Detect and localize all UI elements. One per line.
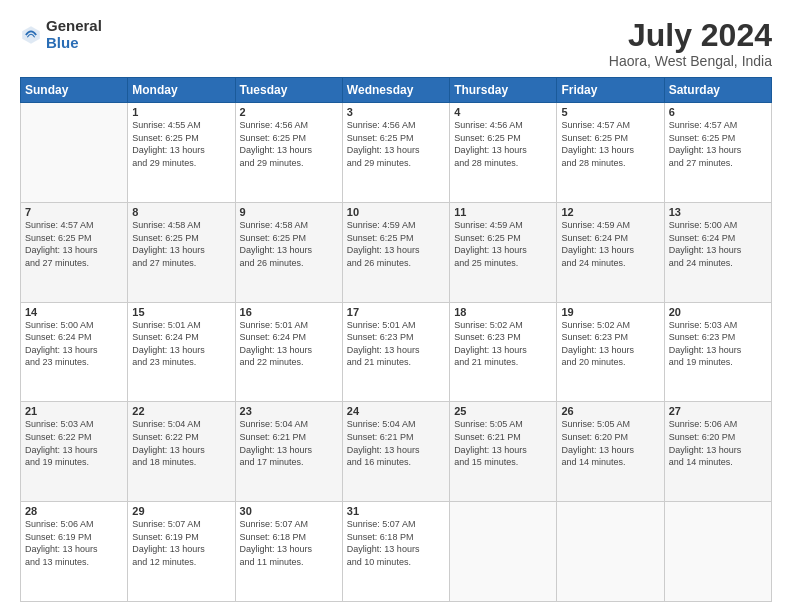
day-info: Sunrise: 5:01 AM Sunset: 6:24 PM Dayligh… [132, 319, 230, 369]
day-number: 26 [561, 405, 659, 417]
logo-text: General Blue [46, 18, 102, 51]
calendar-day-cell: 2Sunrise: 4:56 AM Sunset: 6:25 PM Daylig… [235, 103, 342, 203]
calendar-day-cell: 26Sunrise: 5:05 AM Sunset: 6:20 PM Dayli… [557, 402, 664, 502]
logo-general: General [46, 18, 102, 35]
calendar-day-cell: 29Sunrise: 5:07 AM Sunset: 6:19 PM Dayli… [128, 502, 235, 602]
day-number: 5 [561, 106, 659, 118]
calendar-week-row: 14Sunrise: 5:00 AM Sunset: 6:24 PM Dayli… [21, 302, 772, 402]
day-number: 15 [132, 306, 230, 318]
calendar-header-cell: Sunday [21, 78, 128, 103]
calendar-day-cell [557, 502, 664, 602]
calendar-day-cell: 30Sunrise: 5:07 AM Sunset: 6:18 PM Dayli… [235, 502, 342, 602]
day-number: 20 [669, 306, 767, 318]
calendar-table: SundayMondayTuesdayWednesdayThursdayFrid… [20, 77, 772, 602]
calendar-day-cell: 4Sunrise: 4:56 AM Sunset: 6:25 PM Daylig… [450, 103, 557, 203]
calendar-week-row: 21Sunrise: 5:03 AM Sunset: 6:22 PM Dayli… [21, 402, 772, 502]
day-info: Sunrise: 5:06 AM Sunset: 6:20 PM Dayligh… [669, 418, 767, 468]
day-info: Sunrise: 5:02 AM Sunset: 6:23 PM Dayligh… [454, 319, 552, 369]
calendar-day-cell: 14Sunrise: 5:00 AM Sunset: 6:24 PM Dayli… [21, 302, 128, 402]
day-info: Sunrise: 5:07 AM Sunset: 6:18 PM Dayligh… [240, 518, 338, 568]
day-info: Sunrise: 4:58 AM Sunset: 6:25 PM Dayligh… [132, 219, 230, 269]
day-number: 23 [240, 405, 338, 417]
day-info: Sunrise: 4:57 AM Sunset: 6:25 PM Dayligh… [25, 219, 123, 269]
day-info: Sunrise: 5:01 AM Sunset: 6:23 PM Dayligh… [347, 319, 445, 369]
logo-icon [20, 24, 42, 46]
calendar-day-cell: 23Sunrise: 5:04 AM Sunset: 6:21 PM Dayli… [235, 402, 342, 502]
day-info: Sunrise: 5:05 AM Sunset: 6:21 PM Dayligh… [454, 418, 552, 468]
day-info: Sunrise: 5:04 AM Sunset: 6:21 PM Dayligh… [240, 418, 338, 468]
day-info: Sunrise: 5:07 AM Sunset: 6:18 PM Dayligh… [347, 518, 445, 568]
logo-blue: Blue [46, 35, 102, 52]
calendar-day-cell: 20Sunrise: 5:03 AM Sunset: 6:23 PM Dayli… [664, 302, 771, 402]
calendar-day-cell: 7Sunrise: 4:57 AM Sunset: 6:25 PM Daylig… [21, 202, 128, 302]
calendar-week-row: 28Sunrise: 5:06 AM Sunset: 6:19 PM Dayli… [21, 502, 772, 602]
calendar-day-cell: 1Sunrise: 4:55 AM Sunset: 6:25 PM Daylig… [128, 103, 235, 203]
calendar-day-cell [664, 502, 771, 602]
day-info: Sunrise: 4:59 AM Sunset: 6:25 PM Dayligh… [347, 219, 445, 269]
calendar-day-cell: 12Sunrise: 4:59 AM Sunset: 6:24 PM Dayli… [557, 202, 664, 302]
calendar-day-cell: 13Sunrise: 5:00 AM Sunset: 6:24 PM Dayli… [664, 202, 771, 302]
day-number: 4 [454, 106, 552, 118]
day-info: Sunrise: 4:59 AM Sunset: 6:25 PM Dayligh… [454, 219, 552, 269]
day-info: Sunrise: 5:01 AM Sunset: 6:24 PM Dayligh… [240, 319, 338, 369]
day-info: Sunrise: 4:56 AM Sunset: 6:25 PM Dayligh… [347, 119, 445, 169]
day-info: Sunrise: 5:04 AM Sunset: 6:22 PM Dayligh… [132, 418, 230, 468]
svg-marker-0 [22, 26, 40, 44]
day-info: Sunrise: 4:57 AM Sunset: 6:25 PM Dayligh… [669, 119, 767, 169]
day-number: 16 [240, 306, 338, 318]
day-number: 27 [669, 405, 767, 417]
day-number: 25 [454, 405, 552, 417]
day-info: Sunrise: 4:57 AM Sunset: 6:25 PM Dayligh… [561, 119, 659, 169]
day-number: 7 [25, 206, 123, 218]
calendar-day-cell: 15Sunrise: 5:01 AM Sunset: 6:24 PM Dayli… [128, 302, 235, 402]
calendar-day-cell: 28Sunrise: 5:06 AM Sunset: 6:19 PM Dayli… [21, 502, 128, 602]
day-number: 22 [132, 405, 230, 417]
day-number: 19 [561, 306, 659, 318]
day-info: Sunrise: 5:03 AM Sunset: 6:22 PM Dayligh… [25, 418, 123, 468]
calendar-day-cell: 25Sunrise: 5:05 AM Sunset: 6:21 PM Dayli… [450, 402, 557, 502]
day-number: 29 [132, 505, 230, 517]
day-number: 8 [132, 206, 230, 218]
day-info: Sunrise: 5:00 AM Sunset: 6:24 PM Dayligh… [669, 219, 767, 269]
calendar-day-cell [450, 502, 557, 602]
header: General Blue July 2024 Haora, West Benga… [20, 18, 772, 69]
day-number: 30 [240, 505, 338, 517]
calendar-header-cell: Monday [128, 78, 235, 103]
calendar-day-cell: 27Sunrise: 5:06 AM Sunset: 6:20 PM Dayli… [664, 402, 771, 502]
day-number: 31 [347, 505, 445, 517]
day-number: 2 [240, 106, 338, 118]
day-number: 11 [454, 206, 552, 218]
calendar-week-row: 7Sunrise: 4:57 AM Sunset: 6:25 PM Daylig… [21, 202, 772, 302]
day-info: Sunrise: 4:58 AM Sunset: 6:25 PM Dayligh… [240, 219, 338, 269]
calendar-day-cell: 8Sunrise: 4:58 AM Sunset: 6:25 PM Daylig… [128, 202, 235, 302]
day-number: 3 [347, 106, 445, 118]
day-info: Sunrise: 4:55 AM Sunset: 6:25 PM Dayligh… [132, 119, 230, 169]
calendar-day-cell: 6Sunrise: 4:57 AM Sunset: 6:25 PM Daylig… [664, 103, 771, 203]
calendar-day-cell: 19Sunrise: 5:02 AM Sunset: 6:23 PM Dayli… [557, 302, 664, 402]
day-info: Sunrise: 5:03 AM Sunset: 6:23 PM Dayligh… [669, 319, 767, 369]
calendar-day-cell: 9Sunrise: 4:58 AM Sunset: 6:25 PM Daylig… [235, 202, 342, 302]
day-number: 9 [240, 206, 338, 218]
calendar-header-cell: Tuesday [235, 78, 342, 103]
page: General Blue July 2024 Haora, West Benga… [0, 0, 792, 612]
day-info: Sunrise: 4:56 AM Sunset: 6:25 PM Dayligh… [454, 119, 552, 169]
day-info: Sunrise: 5:05 AM Sunset: 6:20 PM Dayligh… [561, 418, 659, 468]
day-info: Sunrise: 5:00 AM Sunset: 6:24 PM Dayligh… [25, 319, 123, 369]
day-number: 17 [347, 306, 445, 318]
day-number: 1 [132, 106, 230, 118]
day-info: Sunrise: 5:02 AM Sunset: 6:23 PM Dayligh… [561, 319, 659, 369]
calendar-day-cell: 5Sunrise: 4:57 AM Sunset: 6:25 PM Daylig… [557, 103, 664, 203]
calendar-day-cell: 22Sunrise: 5:04 AM Sunset: 6:22 PM Dayli… [128, 402, 235, 502]
day-number: 21 [25, 405, 123, 417]
day-number: 13 [669, 206, 767, 218]
calendar-header-cell: Friday [557, 78, 664, 103]
day-number: 6 [669, 106, 767, 118]
calendar-header-cell: Thursday [450, 78, 557, 103]
calendar-week-row: 1Sunrise: 4:55 AM Sunset: 6:25 PM Daylig… [21, 103, 772, 203]
calendar-day-cell [21, 103, 128, 203]
calendar-day-cell: 18Sunrise: 5:02 AM Sunset: 6:23 PM Dayli… [450, 302, 557, 402]
calendar-header-row: SundayMondayTuesdayWednesdayThursdayFrid… [21, 78, 772, 103]
logo: General Blue [20, 18, 102, 51]
title-block: July 2024 Haora, West Bengal, India [609, 18, 772, 69]
calendar-day-cell: 10Sunrise: 4:59 AM Sunset: 6:25 PM Dayli… [342, 202, 449, 302]
